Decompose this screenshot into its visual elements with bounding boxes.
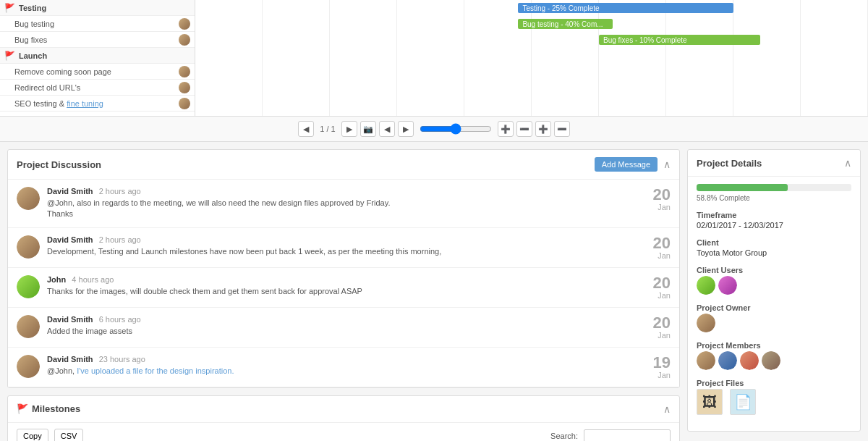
gantt-btn-camera[interactable]: 📷 (360, 121, 376, 137)
add-message-button[interactable]: Add Message (595, 157, 658, 172)
discussion-time: 2 hours ago (99, 235, 141, 244)
gantt-btn-zoom-in[interactable]: ➕ (498, 121, 514, 137)
discussion-text: @John, I've uploaded a file for the desi… (47, 366, 646, 377)
gantt-bar-testing[interactable]: Testing - 25% Complete (518, 3, 733, 13)
gantt-section: 🚩 Testing Bug testing Bug fixes 🚩 Launch… (0, 0, 868, 142)
details-body: 58.8% Complete Timeframe 02/01/2017 - 12… (688, 177, 860, 431)
discussion-item: David Smith 6 hours ago Added the image … (8, 308, 679, 348)
date-day: 20 (653, 235, 671, 251)
discussion-author: David Smith (47, 235, 93, 244)
search-label: Search: (550, 432, 578, 440)
copy-button[interactable]: Copy (17, 429, 48, 441)
client-section: Client Toyota Motor Group (697, 238, 851, 257)
discussion-date: 20 Jan (653, 235, 671, 260)
milestones-search-input[interactable] (584, 429, 671, 441)
timeframe-section: Timeframe 02/01/2017 - 12/03/2017 (697, 211, 851, 230)
details-header: Project Details ∧ (688, 150, 860, 177)
discussion-time: 2 hours ago (99, 187, 141, 196)
gantt-col (397, 0, 464, 116)
group-label: Testing (19, 4, 46, 12)
gantt-col (666, 0, 733, 116)
avatar (17, 315, 40, 338)
file-thumb[interactable]: 📄 (730, 389, 756, 415)
gantt-btn-collapse[interactable]: ➖ (554, 121, 570, 137)
task-avatar (179, 18, 190, 30)
gantt-col (801, 0, 868, 116)
progress-bar-fill (697, 184, 788, 191)
discussion-date: 20 Jan (653, 275, 671, 300)
discussion-header: Project Discussion Add Message ∧ (8, 150, 679, 180)
details-panel: Project Details ∧ 58.8% Complete Timefra… (687, 149, 861, 432)
gantt-col (532, 0, 599, 116)
discussion-meta: David Smith 6 hours ago (47, 315, 646, 324)
project-files-list: 🖼 📄 (697, 389, 851, 415)
discussion-item: David Smith 2 hours ago @John, also in r… (8, 180, 679, 228)
gantt-btn-zoom-out[interactable]: ➖ (516, 121, 532, 137)
discussion-meta: David Smith 23 hours ago (47, 355, 646, 364)
task-avatar (179, 82, 190, 93)
gantt-btn-right[interactable]: ▶ (341, 121, 357, 137)
client-users-avatars (697, 276, 851, 295)
gantt-grid (195, 0, 868, 116)
details-title: Project Details (697, 158, 762, 169)
client-users-label: Client Users (697, 266, 851, 274)
date-month: Jan (653, 371, 671, 379)
discussion-content: David Smith 23 hours ago @John, I've upl… (47, 355, 646, 377)
project-owner-section: Project Owner (697, 303, 851, 332)
page-info: 1 / 1 (317, 125, 338, 133)
date-day: 20 (653, 187, 671, 203)
gantt-toolbar: ◀ 1 / 1 ▶ 📷 ◀ ▶ ➕ ➖ ➕ ➖ (0, 116, 868, 141)
gantt-group-testing: 🚩 Testing (0, 0, 195, 16)
discussion-list: David Smith 2 hours ago @John, also in r… (8, 180, 679, 387)
date-day: 19 (653, 355, 671, 371)
project-files-label: Project Files (697, 379, 851, 387)
zoom-slider[interactable] (420, 123, 492, 135)
discussion-panel: Project Discussion Add Message ∧ David S… (7, 149, 680, 388)
gantt-btn-prev[interactable]: ◀ (379, 121, 395, 137)
milestones-collapse-icon[interactable]: ∧ (663, 403, 671, 415)
gantt-task-bug-fixes: Bug fixes (0, 32, 195, 48)
file-thumb[interactable]: 🖼 (697, 389, 723, 415)
discussion-header-right: Add Message ∧ (595, 157, 671, 172)
discussion-text: Thanks for the images, will double check… (47, 286, 646, 297)
gantt-btn-expand[interactable]: ➕ (535, 121, 551, 137)
bar-label: Testing - 25% Complete (522, 4, 599, 12)
task-label: Bug fixes (14, 35, 47, 44)
gantt-bar-bug-fixes[interactable]: Bug fixes - 10% Complete (599, 35, 760, 45)
discussion-title: Project Discussion (17, 159, 101, 170)
date-month: Jan (653, 291, 671, 300)
member-avatar (762, 351, 780, 370)
client-value: Toyota Motor Group (697, 248, 851, 257)
avatar (17, 275, 40, 298)
details-collapse-icon[interactable]: ∧ (844, 157, 851, 169)
gantt-col (263, 0, 330, 116)
member-avatar (697, 351, 715, 370)
discussion-author: David Smith (47, 355, 93, 364)
date-month: Jan (653, 203, 671, 211)
project-members-label: Project Members (697, 341, 851, 350)
timeframe-label: Timeframe (697, 211, 851, 219)
date-day: 20 (653, 315, 671, 331)
bar-label: Bug fixes - 10% Complete (603, 36, 687, 44)
gantt-task-seo: SEO testing & fine tuning (0, 96, 195, 112)
progress-bar-container (697, 184, 851, 191)
discussion-content: David Smith 6 hours ago Added the image … (47, 315, 646, 337)
milestones-header: 🚩 Milestones ∧ (8, 396, 679, 423)
discussion-collapse-icon[interactable]: ∧ (663, 159, 671, 170)
project-members-avatars (697, 351, 851, 370)
discussion-date: 20 Jan (653, 315, 671, 340)
gantt-btn-left[interactable]: ◀ (298, 121, 314, 137)
avatar (17, 235, 40, 259)
csv-button[interactable]: CSV (54, 429, 84, 441)
client-users-section: Client Users (697, 266, 851, 295)
right-panel: Project Details ∧ 58.8% Complete Timefra… (687, 149, 861, 441)
discussion-meta: John 4 hours ago (47, 275, 646, 284)
discussion-link[interactable]: I've uploaded a file for the design insp… (77, 366, 234, 375)
discussion-time: 23 hours ago (99, 355, 145, 364)
gantt-task-redirect-urls: Redirect old URL's (0, 80, 195, 96)
discussion-content: John 4 hours ago Thanks for the images, … (47, 275, 646, 297)
timeframe-value: 02/01/2017 - 12/03/2017 (697, 221, 851, 230)
gantt-bar-bug-testing[interactable]: Bug testing - 40% Com... (518, 19, 612, 29)
gantt-btn-next[interactable]: ▶ (398, 121, 414, 137)
main-content: Project Discussion Add Message ∧ David S… (0, 142, 868, 441)
